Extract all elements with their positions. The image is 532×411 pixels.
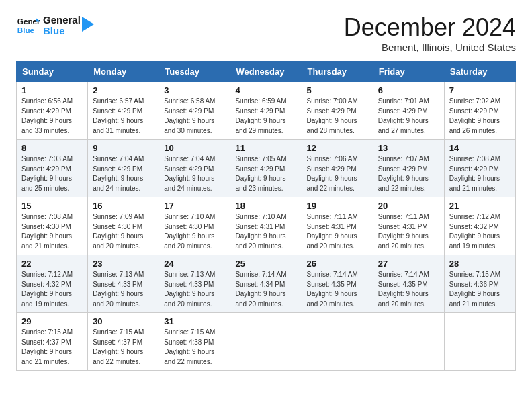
day-info: Sunrise: 7:07 AM Sunset: 4:29 PM Dayligh… [378,154,439,193]
title-block: December 2024 Bement, Illinois, United S… [344,13,516,53]
day-number: 10 [164,143,225,153]
header-day-thursday: Thursday [302,62,373,82]
day-info: Sunrise: 7:01 AM Sunset: 4:29 PM Dayligh… [378,97,439,136]
day-info: Sunrise: 7:12 AM Sunset: 4:32 PM Dayligh… [21,270,83,309]
calendar-cell: 6Sunrise: 7:01 AM Sunset: 4:29 PM Daylig… [373,82,444,140]
day-info: Sunrise: 7:10 AM Sunset: 4:31 PM Dayligh… [235,212,296,251]
calendar-cell: 24Sunrise: 7:13 AM Sunset: 4:33 PM Dayli… [159,255,230,313]
day-number: 16 [93,201,154,211]
day-info: Sunrise: 7:05 AM Sunset: 4:29 PM Dayligh… [235,154,296,193]
header: General Blue General Blue December 2024 … [16,13,516,53]
calendar-cell: 2Sunrise: 6:57 AM Sunset: 4:29 PM Daylig… [88,82,159,140]
day-info: Sunrise: 7:15 AM Sunset: 4:36 PM Dayligh… [449,270,511,309]
day-number: 26 [307,259,368,269]
logo-general: General [43,15,81,26]
calendar-cell: 15Sunrise: 7:08 AM Sunset: 4:30 PM Dayli… [17,197,88,255]
month-title: December 2024 [344,13,516,42]
day-info: Sunrise: 7:12 AM Sunset: 4:32 PM Dayligh… [449,212,511,251]
day-number: 4 [235,85,296,95]
day-number: 15 [21,201,83,211]
day-number: 20 [378,201,439,211]
calendar-week-row: 22Sunrise: 7:12 AM Sunset: 4:32 PM Dayli… [17,255,516,313]
svg-text:Blue: Blue [17,26,35,34]
calendar-cell: 25Sunrise: 7:14 AM Sunset: 4:34 PM Dayli… [230,255,302,313]
day-number: 6 [378,85,439,95]
day-info: Sunrise: 6:57 AM Sunset: 4:29 PM Dayligh… [93,97,154,136]
day-info: Sunrise: 7:13 AM Sunset: 4:33 PM Dayligh… [164,270,225,309]
calendar-cell [373,313,444,371]
day-number: 28 [449,259,511,269]
calendar-cell: 10Sunrise: 7:04 AM Sunset: 4:29 PM Dayli… [159,140,230,197]
day-number: 13 [378,143,439,153]
calendar-cell: 13Sunrise: 7:07 AM Sunset: 4:29 PM Dayli… [373,140,444,197]
calendar-cell: 20Sunrise: 7:11 AM Sunset: 4:31 PM Dayli… [373,197,444,255]
header-day-monday: Monday [88,62,159,82]
calendar-table: SundayMondayTuesdayWednesdayThursdayFrid… [16,61,516,371]
day-number: 31 [164,316,225,326]
calendar-week-row: 15Sunrise: 7:08 AM Sunset: 4:30 PM Dayli… [17,197,516,255]
day-info: Sunrise: 6:58 AM Sunset: 4:29 PM Dayligh… [164,97,225,136]
day-number: 18 [235,201,296,211]
svg-marker-3 [82,17,94,32]
day-info: Sunrise: 7:02 AM Sunset: 4:29 PM Dayligh… [449,97,511,136]
day-info: Sunrise: 6:56 AM Sunset: 4:29 PM Dayligh… [21,97,83,136]
logo-svg: General Blue [16,13,40,38]
calendar-cell: 22Sunrise: 7:12 AM Sunset: 4:32 PM Dayli… [17,255,88,313]
day-info: Sunrise: 7:04 AM Sunset: 4:29 PM Dayligh… [93,154,154,193]
calendar-cell: 11Sunrise: 7:05 AM Sunset: 4:29 PM Dayli… [230,140,302,197]
calendar-cell: 17Sunrise: 7:10 AM Sunset: 4:30 PM Dayli… [159,197,230,255]
day-number: 12 [307,143,368,153]
calendar-cell: 23Sunrise: 7:13 AM Sunset: 4:33 PM Dayli… [88,255,159,313]
calendar-cell: 16Sunrise: 7:09 AM Sunset: 4:30 PM Dayli… [88,197,159,255]
day-number: 7 [449,85,511,95]
day-info: Sunrise: 6:59 AM Sunset: 4:29 PM Dayligh… [235,97,296,136]
header-day-saturday: Saturday [444,62,515,82]
calendar-cell: 14Sunrise: 7:08 AM Sunset: 4:29 PM Dayli… [444,140,515,197]
calendar-cell: 30Sunrise: 7:15 AM Sunset: 4:37 PM Dayli… [88,313,159,371]
header-day-sunday: Sunday [17,62,88,82]
day-info: Sunrise: 7:06 AM Sunset: 4:29 PM Dayligh… [307,154,368,193]
day-info: Sunrise: 7:15 AM Sunset: 4:37 PM Dayligh… [21,328,83,367]
day-info: Sunrise: 7:08 AM Sunset: 4:30 PM Dayligh… [21,212,83,251]
day-number: 30 [93,316,154,326]
calendar-cell: 5Sunrise: 7:00 AM Sunset: 4:29 PM Daylig… [302,82,373,140]
calendar-cell: 18Sunrise: 7:10 AM Sunset: 4:31 PM Dayli… [230,197,302,255]
calendar-cell: 29Sunrise: 7:15 AM Sunset: 4:37 PM Dayli… [17,313,88,371]
day-number: 14 [449,143,511,153]
calendar-cell: 31Sunrise: 7:15 AM Sunset: 4:38 PM Dayli… [159,313,230,371]
calendar-cell: 1Sunrise: 6:56 AM Sunset: 4:29 PM Daylig… [17,82,88,140]
day-info: Sunrise: 7:14 AM Sunset: 4:35 PM Dayligh… [307,270,368,309]
header-day-tuesday: Tuesday [159,62,230,82]
calendar-cell: 19Sunrise: 7:11 AM Sunset: 4:31 PM Dayli… [302,197,373,255]
day-number: 21 [449,201,511,211]
day-number: 17 [164,201,225,211]
calendar-header-row: SundayMondayTuesdayWednesdayThursdayFrid… [17,62,516,82]
header-day-wednesday: Wednesday [230,62,302,82]
logo-blue: Blue [43,26,81,37]
calendar-week-row: 1Sunrise: 6:56 AM Sunset: 4:29 PM Daylig… [17,82,516,140]
logo: General Blue General Blue [16,13,94,38]
day-info: Sunrise: 7:03 AM Sunset: 4:29 PM Dayligh… [21,154,83,193]
day-number: 3 [164,85,225,95]
day-number: 2 [93,85,154,95]
calendar-cell: 3Sunrise: 6:58 AM Sunset: 4:29 PM Daylig… [159,82,230,140]
day-info: Sunrise: 7:13 AM Sunset: 4:33 PM Dayligh… [93,270,154,309]
calendar-cell: 7Sunrise: 7:02 AM Sunset: 4:29 PM Daylig… [444,82,515,140]
day-info: Sunrise: 7:04 AM Sunset: 4:29 PM Dayligh… [164,154,225,193]
calendar-cell: 28Sunrise: 7:15 AM Sunset: 4:36 PM Dayli… [444,255,515,313]
day-number: 8 [21,143,83,153]
day-number: 1 [21,85,83,95]
day-info: Sunrise: 7:14 AM Sunset: 4:35 PM Dayligh… [378,270,439,309]
day-number: 24 [164,259,225,269]
day-number: 25 [235,259,296,269]
day-number: 29 [21,316,83,326]
day-number: 19 [307,201,368,211]
day-number: 9 [93,143,154,153]
day-number: 11 [235,143,296,153]
calendar-week-row: 29Sunrise: 7:15 AM Sunset: 4:37 PM Dayli… [17,313,516,371]
calendar-cell [302,313,373,371]
day-number: 5 [307,85,368,95]
logo-arrow-icon [82,17,94,32]
day-info: Sunrise: 7:15 AM Sunset: 4:37 PM Dayligh… [93,328,154,367]
calendar-cell: 9Sunrise: 7:04 AM Sunset: 4:29 PM Daylig… [88,140,159,197]
